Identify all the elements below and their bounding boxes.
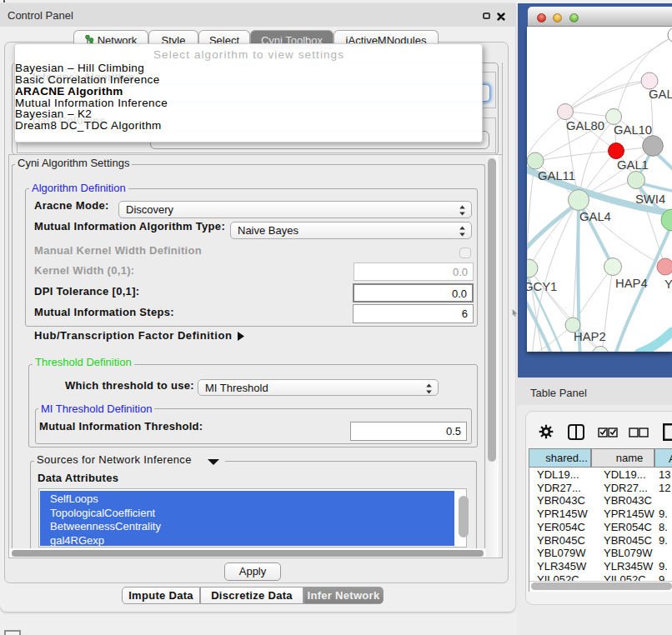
svg-text:GAL80: GAL80 [566, 119, 604, 132]
svg-text:HAP2: HAP2 [574, 330, 606, 343]
svg-text:HAP4: HAP4 [615, 277, 648, 290]
svg-text:GAL7: GAL7 [649, 88, 672, 101]
svg-text:GAL10: GAL10 [614, 123, 652, 137]
svg-text:GAL4: GAL4 [579, 210, 611, 223]
svg-text:GAL11: GAL11 [538, 169, 575, 182]
svg-text:GCY1: GCY1 [527, 280, 557, 293]
svg-text:SWI4: SWI4 [635, 192, 665, 206]
svg-text:GAL1: GAL1 [617, 158, 649, 172]
svg-text:Y: Y [664, 278, 672, 291]
